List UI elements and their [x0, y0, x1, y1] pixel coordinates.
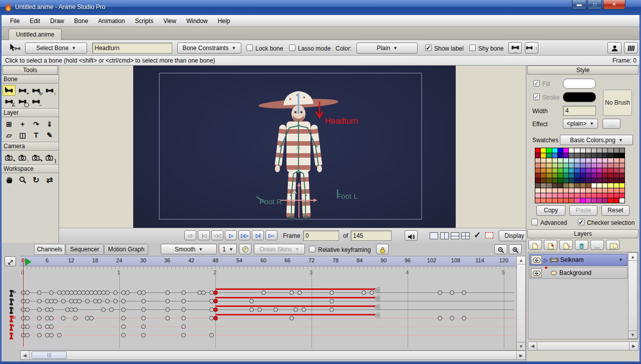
swatch[interactable] — [614, 148, 619, 153]
swatch[interactable] — [563, 183, 568, 188]
timeline-zoom-out-button[interactable] — [494, 244, 507, 254]
view-split-vertical-button[interactable] — [440, 232, 449, 239]
scroll-up-icon[interactable]: ▲ — [628, 253, 637, 261]
keyframe[interactable] — [370, 290, 374, 295]
menu-help[interactable]: Help — [213, 16, 235, 26]
swatch[interactable] — [535, 148, 540, 153]
frame-ruler[interactable]: 6121824303642485460667278849096102108114… — [20, 256, 516, 266]
tool-orbit-workspace[interactable]: ⇄ — [43, 175, 56, 185]
tool-select-bone[interactable] — [3, 85, 16, 96]
fill-checkbox[interactable]: ✓ — [533, 80, 540, 87]
keyframe[interactable] — [85, 299, 90, 303]
swatch[interactable] — [569, 173, 574, 178]
keyframe[interactable] — [165, 307, 170, 312]
layer-row-selknam[interactable]: ▷Selknam▼ — [529, 254, 627, 266]
swatch[interactable] — [602, 183, 607, 188]
keyframe[interactable] — [89, 316, 94, 320]
swatch[interactable] — [546, 163, 551, 168]
checker-selection-checkbox[interactable]: ✓ — [578, 219, 584, 225]
swatch[interactable] — [591, 148, 596, 153]
selected-range-bar[interactable] — [215, 305, 376, 307]
swatch[interactable] — [574, 153, 579, 158]
keyframe[interactable] — [73, 307, 78, 312]
keyframe[interactable] — [57, 333, 62, 337]
reset-button[interactable]: Reset — [601, 205, 629, 216]
range-end-handle-icon[interactable]: ◁ — [375, 294, 379, 301]
swatch[interactable] — [614, 163, 619, 168]
swatch[interactable] — [597, 178, 602, 183]
swatch[interactable] — [580, 183, 585, 188]
swatch[interactable] — [541, 168, 546, 173]
scroll-left-icon[interactable]: ◀ — [21, 351, 30, 359]
swatch[interactable] — [569, 198, 574, 203]
swatch[interactable] — [558, 173, 563, 178]
swatch[interactable] — [574, 198, 579, 203]
swatch[interactable] — [597, 173, 602, 178]
swatch[interactable] — [597, 153, 602, 158]
expand-triangle-icon[interactable]: ▷ — [544, 257, 548, 263]
swatch[interactable] — [597, 193, 602, 198]
swatch[interactable] — [591, 198, 596, 203]
previous-keyframe-button[interactable]: |◁ — [198, 230, 210, 240]
main-canvas[interactable]: Headturn Foot R Foot L — [133, 66, 456, 228]
swatch[interactable] — [591, 153, 596, 158]
menu-file[interactable]: File — [6, 16, 24, 26]
swatch[interactable] — [591, 158, 596, 163]
swatch[interactable] — [574, 193, 579, 198]
swatch[interactable] — [619, 183, 624, 188]
tool-layer-order[interactable]: ◫ — [16, 130, 29, 140]
keyframe[interactable] — [249, 299, 254, 303]
scroll-up-icon[interactable]: ▲ — [517, 256, 525, 264]
keyframe[interactable] — [37, 290, 42, 295]
swatch[interactable] — [574, 173, 579, 178]
keyframe[interactable] — [181, 324, 186, 329]
swatch[interactable] — [558, 168, 563, 173]
keyframe[interactable] — [25, 333, 30, 337]
keyframe-lock-button[interactable] — [376, 244, 389, 254]
title-bar[interactable]: Untitled.anime - Anime Studio Pro ▬ □ ✕ — [0, 0, 641, 15]
crop-view-icon[interactable] — [485, 232, 493, 238]
swatch[interactable] — [574, 168, 579, 173]
swatch[interactable] — [546, 198, 551, 203]
swatch[interactable] — [602, 193, 607, 198]
swatch[interactable] — [546, 173, 551, 178]
swatch[interactable] — [591, 168, 596, 173]
keyframe[interactable] — [61, 299, 66, 303]
play-button[interactable]: ▷ — [225, 230, 237, 240]
tab-untitled-anime[interactable]: Untitled.anime — [9, 29, 62, 40]
bone-label-foot-l[interactable]: Foot L — [337, 192, 358, 200]
swatch[interactable] — [569, 153, 574, 158]
interpolation-dropdown[interactable]: Smooth▼ — [161, 244, 217, 254]
view-split-horizontal-button[interactable] — [451, 232, 459, 239]
swatch[interactable] — [558, 158, 563, 163]
swatch[interactable] — [541, 148, 546, 153]
layer-visibility-toggle[interactable] — [531, 268, 542, 277]
selected-range-bar[interactable] — [215, 288, 376, 290]
keyframe[interactable] — [37, 307, 42, 312]
swatch[interactable] — [608, 168, 613, 173]
swatch[interactable] — [580, 153, 585, 158]
tool-scale-bone[interactable]: ↕ — [43, 85, 56, 96]
keyframe[interactable] — [141, 307, 146, 312]
menu-view[interactable]: View — [159, 16, 181, 26]
swatch[interactable] — [597, 163, 602, 168]
tool-reparent-bone[interactable]: ∠ — [3, 96, 16, 107]
swatch[interactable] — [541, 173, 546, 178]
swatch[interactable] — [546, 188, 551, 193]
keyframe[interactable] — [49, 333, 54, 337]
keyframe[interactable] — [293, 307, 298, 312]
swatch[interactable] — [591, 188, 596, 193]
total-frames-input[interactable] — [351, 230, 392, 241]
swatch[interactable] — [535, 158, 540, 163]
swatch[interactable] — [546, 193, 551, 198]
swatch[interactable] — [541, 198, 546, 203]
menu-window[interactable]: Window — [182, 16, 212, 26]
keyframe[interactable] — [37, 316, 42, 320]
menu-bone[interactable]: Bone — [70, 16, 93, 26]
swatch[interactable] — [574, 158, 579, 163]
swatch[interactable] — [552, 168, 557, 173]
swatch[interactable] — [558, 163, 563, 168]
menu-draw[interactable]: Draw — [46, 16, 69, 26]
swatch[interactable] — [602, 158, 607, 163]
tool-translate-layer[interactable]: ⊞ — [3, 119, 16, 129]
